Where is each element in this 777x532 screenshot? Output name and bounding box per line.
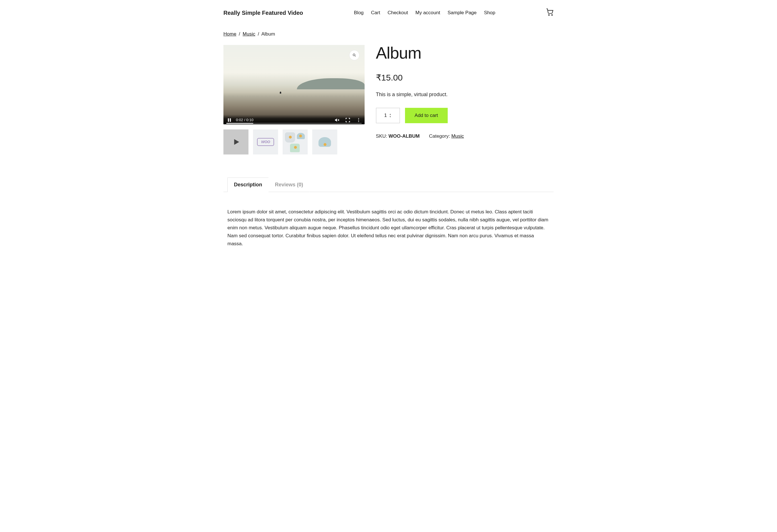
svg-point-0 (548, 14, 549, 15)
quantity-spinners[interactable]: ▲ ▼ (389, 113, 392, 118)
site-title[interactable]: Really Simple Featured Video (223, 10, 303, 16)
nav-checkout[interactable]: Checkout (387, 10, 408, 16)
product-title: Album (376, 43, 554, 62)
product-summary: Album ₹15.00 This is a simple, virtual p… (376, 45, 554, 139)
product-price: ₹15.00 (376, 73, 554, 83)
breadcrumb-home[interactable]: Home (223, 31, 236, 37)
description-body: Lorem ipsum dolor sit amet, consectetur … (227, 208, 550, 248)
category-row: Category: Music (429, 133, 464, 139)
quantity-stepper[interactable]: 1 ▲ ▼ (376, 108, 400, 123)
tab-description[interactable]: Description (227, 177, 269, 192)
svg-point-6 (358, 120, 359, 120)
more-icon[interactable] (356, 118, 361, 123)
svg-point-5 (358, 118, 359, 119)
main-nav: Blog Cart Checkout My account Sample Pag… (354, 10, 495, 16)
site-header: Really Simple Featured Video Blog Cart C… (223, 0, 554, 31)
fullscreen-icon[interactable] (345, 118, 350, 123)
thumb-video[interactable] (223, 129, 248, 154)
svg-point-1 (552, 14, 552, 15)
thumb-beanie[interactable] (312, 129, 337, 154)
nav-cart[interactable]: Cart (371, 10, 380, 16)
add-to-cart-button[interactable]: Add to cart (405, 108, 448, 123)
nav-my-account[interactable]: My account (416, 10, 440, 16)
breadcrumb-category[interactable]: Music (243, 31, 255, 37)
pause-icon[interactable] (227, 118, 232, 123)
product-gallery: 0:02 / 0:10 (223, 45, 364, 154)
add-to-cart-form: 1 ▲ ▼ Add to cart (376, 108, 554, 123)
cart-icon[interactable] (546, 9, 554, 17)
sku-row: SKU: WOO-ALBUM (376, 133, 420, 139)
nav-blog[interactable]: Blog (354, 10, 364, 16)
nav-sample-page[interactable]: Sample Page (447, 10, 476, 16)
sku-value: WOO-ALBUM (388, 133, 420, 139)
currency-symbol: ₹ (376, 73, 381, 82)
play-icon (232, 138, 240, 146)
svg-point-7 (358, 121, 359, 122)
breadcrumb-current: Album (261, 31, 275, 37)
short-description: This is a simple, virtual product. (376, 92, 554, 98)
zoom-button[interactable] (349, 50, 359, 60)
chevron-up-icon[interactable]: ▲ (389, 113, 392, 116)
breadcrumb-sep: / (239, 31, 240, 37)
breadcrumb-sep: / (258, 31, 259, 37)
product: 0:02 / 0:10 (223, 45, 554, 154)
svg-rect-3 (228, 118, 229, 122)
quantity-value: 1 (384, 113, 387, 118)
breadcrumb: Home / Music / Album (223, 31, 554, 37)
thumb-apparel-set[interactable] (283, 129, 308, 154)
product-tabs: Description Reviews (0) (223, 177, 554, 192)
thumb-album-cover[interactable]: WOO (253, 129, 278, 154)
featured-video[interactable]: 0:02 / 0:10 (223, 45, 364, 124)
svg-point-2 (353, 54, 355, 56)
gallery-thumbnails: WOO (223, 129, 364, 154)
svg-rect-4 (230, 118, 231, 122)
video-controls: 0:02 / 0:10 (223, 115, 364, 124)
chevron-down-icon[interactable]: ▼ (389, 116, 392, 118)
sku-label: SKU: (376, 133, 387, 139)
category-link[interactable]: Music (451, 133, 464, 139)
video-progress[interactable] (226, 123, 362, 124)
video-time: 0:02 / 0:10 (236, 118, 253, 122)
category-label: Category: (429, 133, 450, 139)
price-amount: 15.00 (381, 73, 403, 82)
mute-icon[interactable] (334, 118, 340, 123)
woo-logo: WOO (257, 138, 274, 146)
tab-panel-description: Lorem ipsum dolor sit amet, consectetur … (223, 192, 554, 259)
nav-shop[interactable]: Shop (484, 10, 495, 16)
product-meta: SKU: WOO-ALBUM Category: Music (376, 133, 554, 139)
tab-reviews[interactable]: Reviews (0) (268, 177, 310, 192)
